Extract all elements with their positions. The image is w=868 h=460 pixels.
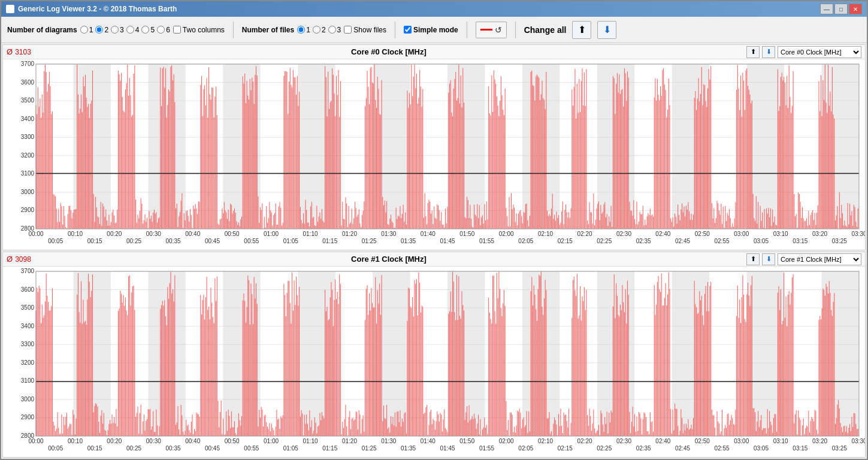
show-files-label: Show files — [353, 26, 386, 34]
arrow-down-button[interactable]: ⬇ — [597, 21, 616, 39]
arrow-down-icon: ⬇ — [603, 24, 611, 35]
color-refresh-button[interactable]: ↺ — [476, 22, 507, 38]
window-title: Generic Log Viewer 3.2 - © 2018 Thomas B… — [18, 5, 177, 13]
main-window: Generic Log Viewer 3.2 - © 2018 Thomas B… — [0, 0, 868, 460]
title-bar: Generic Log Viewer 3.2 - © 2018 Thomas B… — [1, 1, 867, 17]
chart-avg-value-1: 3103 — [15, 48, 31, 56]
num-diagrams-label: Number of diagrams — [7, 26, 77, 34]
files-radio-group: 1 2 3 — [297, 26, 341, 34]
separator-4 — [515, 22, 516, 38]
chart-down-btn-1[interactable]: ⬇ — [762, 46, 775, 58]
chart-title-2: Core #1 Clock [MHz] — [31, 255, 746, 264]
num-files-label: Number of files — [242, 26, 294, 34]
diagram-radio-5[interactable]: 5 — [141, 26, 155, 34]
title-controls: — □ ✕ — [820, 4, 862, 14]
chart-avg-1: Ø 3103 — [7, 47, 31, 56]
chart-canvas-2 — [3, 267, 865, 457]
num-files-section: Number of files 1 2 3 Show files — [242, 26, 386, 34]
simple-mode-checkbox-label[interactable]: Simple mode — [404, 26, 458, 34]
chart-header-1: Ø 3103 Core #0 Clock [MHz] ⬆ ⬇ Core #0 C… — [3, 45, 865, 59]
separator-2 — [395, 22, 395, 38]
chart-up-btn-2[interactable]: ⬆ — [746, 253, 760, 265]
diagram-radio-2[interactable]: 2 — [95, 26, 108, 34]
show-files-checkbox[interactable] — [344, 26, 352, 34]
file-radio-3[interactable]: 3 — [328, 26, 341, 34]
chart-avg-2: Ø 3098 — [7, 255, 31, 264]
two-columns-label: Two columns — [183, 26, 225, 34]
separator-3 — [467, 22, 467, 38]
chart-canvas-1 — [3, 59, 865, 250]
color-line-icon — [480, 29, 492, 31]
file-radio-2[interactable]: 2 — [313, 26, 326, 34]
chart-header-2: Ø 3098 Core #1 Clock [MHz] ⬆ ⬇ Core #1 C… — [3, 252, 865, 267]
chart-avg-value-2: 3098 — [15, 255, 31, 264]
close-button[interactable]: ✕ — [849, 4, 862, 14]
chart-dropdown-2[interactable]: Core #1 Clock [MHz] — [778, 253, 861, 265]
chart-title-1: Core #0 Clock [MHz] — [31, 47, 746, 56]
separator-1 — [233, 22, 234, 38]
arrow-up-button[interactable]: ⬆ — [572, 21, 591, 39]
omega-icon-1: Ø — [7, 47, 13, 56]
diagram-radio-1[interactable]: 1 — [80, 26, 93, 34]
refresh-icon: ↺ — [495, 25, 502, 35]
simple-mode-checkbox[interactable] — [404, 26, 412, 34]
title-bar-left: Generic Log Viewer 3.2 - © 2018 Thomas B… — [6, 5, 177, 13]
diagram-radio-4[interactable]: 4 — [126, 26, 140, 34]
simple-mode-label: Simple mode — [413, 26, 458, 34]
app-icon — [6, 5, 14, 13]
chart-controls-1: ⬆ ⬇ Core #0 Clock [MHz] — [746, 46, 861, 58]
chart-body-1 — [3, 59, 865, 250]
show-files-checkbox-label[interactable]: Show files — [344, 26, 386, 34]
diagram-radio-group: 1 2 3 4 5 6 — [80, 26, 170, 34]
file-radio-1[interactable]: 1 — [297, 26, 310, 34]
chart-container-1: Ø 3103 Core #0 Clock [MHz] ⬆ ⬇ Core #0 C… — [2, 44, 866, 250]
two-columns-checkbox[interactable] — [173, 26, 181, 34]
chart-controls-2: ⬆ ⬇ Core #1 Clock [MHz] — [746, 253, 861, 265]
chart-down-btn-2[interactable]: ⬇ — [762, 253, 775, 265]
chart-dropdown-1[interactable]: Core #0 Clock [MHz] — [778, 46, 861, 58]
chart-body-2 — [3, 267, 865, 457]
num-diagrams-section: Number of diagrams 1 2 3 4 5 6 Two colum… — [7, 26, 225, 34]
diagram-radio-3[interactable]: 3 — [111, 26, 124, 34]
diagram-radio-6[interactable]: 6 — [157, 26, 170, 34]
chart-area: Ø 3103 Core #0 Clock [MHz] ⬆ ⬇ Core #0 C… — [1, 43, 867, 459]
chart-container-2: Ø 3098 Core #1 Clock [MHz] ⬆ ⬇ Core #1 C… — [2, 252, 866, 458]
chart-up-btn-1[interactable]: ⬆ — [746, 46, 760, 58]
minimize-button[interactable]: — — [820, 4, 833, 14]
toolbar: Number of diagrams 1 2 3 4 5 6 Two colum… — [1, 17, 867, 43]
omega-icon-2: Ø — [7, 255, 13, 264]
change-all-label: Change all — [524, 25, 567, 35]
arrow-up-icon: ⬆ — [578, 24, 586, 35]
maximize-button[interactable]: □ — [834, 4, 848, 14]
two-columns-checkbox-label[interactable]: Two columns — [173, 26, 225, 34]
